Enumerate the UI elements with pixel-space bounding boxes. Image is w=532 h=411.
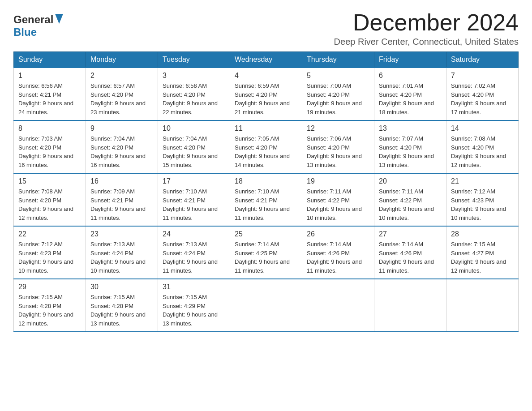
sunrise-label: Sunrise: (379, 135, 402, 142)
day-number: 26 (307, 230, 369, 238)
day-info: Sunrise: 6:59 AM Sunset: 4:20 PM Dayligh… (235, 81, 297, 116)
sunset-value: 4:21 PM (40, 91, 61, 98)
table-row: 18 Sunrise: 7:10 AM Sunset: 4:21 PM Dayl… (230, 173, 302, 226)
sunrise-label: Sunrise: (379, 188, 402, 195)
sunset-label: Sunset: (163, 197, 184, 204)
sunrise-label: Sunrise: (90, 82, 113, 89)
sunset-value: 4:29 PM (184, 303, 206, 309)
day-number: 18 (235, 177, 297, 185)
day-info: Sunrise: 7:12 AM Sunset: 4:23 PM Dayligh… (451, 187, 514, 222)
sunrise-label: Sunrise: (163, 82, 185, 89)
sunset-label: Sunset: (235, 197, 256, 204)
day-number: 4 (235, 72, 297, 80)
table-row: 25 Sunrise: 7:14 AM Sunset: 4:25 PM Dayl… (230, 226, 302, 279)
daylight-label: Daylight: (18, 311, 43, 318)
title-section: December 2024 Deep River Center, Connect… (334, 9, 519, 47)
sunrise-label: Sunrise: (18, 135, 41, 142)
table-row: 13 Sunrise: 7:07 AM Sunset: 4:20 PM Dayl… (374, 120, 446, 173)
header-monday: Monday (86, 52, 158, 68)
sunset-label: Sunset: (18, 197, 40, 204)
sunrise-value: 6:56 AM (41, 82, 63, 89)
table-row (374, 279, 446, 332)
table-row: 9 Sunrise: 7:04 AM Sunset: 4:20 PM Dayli… (86, 120, 158, 173)
day-info: Sunrise: 7:05 AM Sunset: 4:20 PM Dayligh… (235, 134, 297, 169)
daylight-label: Daylight: (163, 206, 187, 212)
sunset-value: 4:23 PM (40, 250, 61, 257)
table-row: 30 Sunrise: 7:15 AM Sunset: 4:28 PM Dayl… (86, 279, 158, 332)
sunset-value: 4:20 PM (472, 91, 494, 98)
daylight-label: Daylight: (18, 100, 43, 107)
sunrise-label: Sunrise: (18, 82, 41, 89)
daylight-label: Daylight: (451, 153, 475, 159)
sunrise-value: 7:12 AM (474, 188, 495, 195)
sunrise-label: Sunrise: (163, 294, 185, 300)
sunrise-value: 7:12 AM (41, 241, 63, 248)
day-number: 16 (90, 177, 153, 185)
sunrise-label: Sunrise: (90, 188, 113, 195)
day-number: 5 (307, 72, 369, 80)
sunset-label: Sunset: (90, 250, 112, 257)
table-row: 26 Sunrise: 7:14 AM Sunset: 4:26 PM Dayl… (302, 226, 374, 279)
sunrise-value: 6:57 AM (113, 82, 135, 89)
sunrise-value: 7:15 AM (474, 241, 495, 248)
daylight-label: Daylight: (90, 153, 115, 159)
day-info: Sunrise: 7:00 AM Sunset: 4:20 PM Dayligh… (307, 81, 369, 116)
table-row: 12 Sunrise: 7:06 AM Sunset: 4:20 PM Dayl… (302, 120, 374, 173)
daylight-label: Daylight: (307, 100, 331, 107)
daylight-label: Daylight: (379, 258, 403, 265)
sunrise-label: Sunrise: (235, 188, 257, 195)
sunset-label: Sunset: (90, 303, 112, 309)
day-number: 13 (379, 124, 442, 133)
sunset-value: 4:24 PM (112, 250, 133, 257)
table-row: 17 Sunrise: 7:10 AM Sunset: 4:21 PM Dayl… (158, 173, 230, 226)
day-number: 17 (163, 177, 225, 185)
sunrise-label: Sunrise: (18, 188, 41, 195)
sunset-label: Sunset: (307, 250, 328, 257)
sunset-value: 4:20 PM (256, 91, 278, 98)
sunset-label: Sunset: (307, 91, 328, 98)
day-number: 10 (163, 124, 225, 133)
sunset-value: 4:20 PM (112, 144, 133, 151)
day-info: Sunrise: 6:56 AM Sunset: 4:21 PM Dayligh… (18, 81, 81, 116)
sunset-label: Sunset: (379, 144, 400, 151)
sunset-value: 4:20 PM (184, 144, 206, 151)
day-number: 3 (163, 72, 225, 80)
sunset-label: Sunset: (18, 144, 40, 151)
day-info: Sunrise: 7:10 AM Sunset: 4:21 PM Dayligh… (235, 187, 297, 222)
sunset-label: Sunset: (163, 250, 184, 257)
sunrise-label: Sunrise: (307, 135, 330, 142)
sunset-label: Sunset: (163, 303, 184, 309)
day-info: Sunrise: 7:08 AM Sunset: 4:20 PM Dayligh… (18, 187, 81, 222)
table-row: 14 Sunrise: 7:08 AM Sunset: 4:20 PM Dayl… (446, 120, 519, 173)
sunrise-value: 7:10 AM (257, 188, 279, 195)
day-info: Sunrise: 7:15 AM Sunset: 4:28 PM Dayligh… (18, 293, 81, 328)
sunset-label: Sunset: (90, 197, 112, 204)
day-info: Sunrise: 7:11 AM Sunset: 4:22 PM Dayligh… (307, 187, 369, 222)
sunset-value: 4:21 PM (256, 197, 278, 204)
sunrise-value: 7:05 AM (257, 135, 279, 142)
sunset-label: Sunset: (451, 144, 472, 151)
sunrise-value: 7:07 AM (402, 135, 423, 142)
daylight-label: Daylight: (379, 100, 403, 107)
daylight-label: Daylight: (235, 206, 259, 212)
calendar-table: Sunday Monday Tuesday Wednesday Thursday… (13, 51, 519, 332)
daylight-label: Daylight: (90, 258, 115, 265)
sunrise-value: 7:06 AM (330, 135, 351, 142)
sunset-value: 4:27 PM (472, 250, 494, 257)
daylight-label: Daylight: (90, 100, 115, 107)
day-number: 22 (18, 230, 81, 238)
sunrise-label: Sunrise: (235, 82, 257, 89)
day-number: 21 (451, 177, 514, 185)
sunrise-label: Sunrise: (307, 82, 330, 89)
table-row (302, 279, 374, 332)
day-number: 27 (379, 230, 442, 238)
sunset-value: 4:21 PM (112, 197, 133, 204)
sunrise-label: Sunrise: (163, 135, 185, 142)
day-number: 1 (18, 72, 81, 80)
sunrise-label: Sunrise: (451, 241, 474, 248)
sunset-value: 4:20 PM (40, 197, 61, 204)
table-row: 11 Sunrise: 7:05 AM Sunset: 4:20 PM Dayl… (230, 120, 302, 173)
sunrise-value: 7:08 AM (474, 135, 495, 142)
sunrise-value: 7:01 AM (402, 82, 423, 89)
table-row: 16 Sunrise: 7:09 AM Sunset: 4:21 PM Dayl… (86, 173, 158, 226)
